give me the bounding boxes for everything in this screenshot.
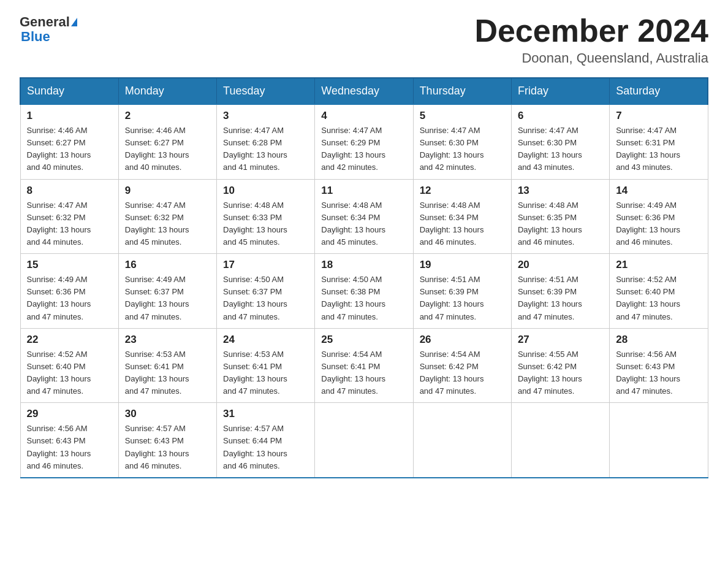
table-row: 31Sunrise: 4:57 AMSunset: 6:44 PMDayligh… bbox=[217, 403, 315, 478]
logo-triangle-icon bbox=[71, 18, 77, 26]
day-number: 25 bbox=[321, 334, 406, 346]
day-number: 31 bbox=[223, 408, 308, 420]
table-row: 30Sunrise: 4:57 AMSunset: 6:43 PMDayligh… bbox=[118, 403, 216, 478]
day-info: Sunrise: 4:52 AMSunset: 6:40 PMDaylight:… bbox=[616, 274, 701, 323]
table-row: 13Sunrise: 4:48 AMSunset: 6:35 PMDayligh… bbox=[511, 179, 609, 254]
day-info: Sunrise: 4:47 AMSunset: 6:29 PMDaylight:… bbox=[321, 124, 406, 174]
table-row: 1Sunrise: 4:46 AMSunset: 6:27 PMDaylight… bbox=[20, 104, 118, 179]
col-wednesday: Wednesday bbox=[315, 78, 413, 104]
table-row bbox=[413, 403, 511, 478]
day-info: Sunrise: 4:50 AMSunset: 6:38 PMDaylight:… bbox=[321, 274, 406, 323]
table-row: 20Sunrise: 4:51 AMSunset: 6:39 PMDayligh… bbox=[511, 254, 609, 329]
day-info: Sunrise: 4:48 AMSunset: 6:34 PMDaylight:… bbox=[321, 199, 406, 249]
day-number: 4 bbox=[321, 110, 406, 122]
calendar-week-row: 1Sunrise: 4:46 AMSunset: 6:27 PMDaylight… bbox=[20, 104, 708, 179]
table-row: 7Sunrise: 4:47 AMSunset: 6:31 PMDaylight… bbox=[610, 104, 708, 179]
table-row: 28Sunrise: 4:56 AMSunset: 6:43 PMDayligh… bbox=[610, 328, 708, 403]
day-number: 23 bbox=[125, 334, 210, 346]
table-row: 26Sunrise: 4:54 AMSunset: 6:42 PMDayligh… bbox=[413, 328, 511, 403]
table-row bbox=[511, 403, 609, 478]
table-row: 14Sunrise: 4:49 AMSunset: 6:36 PMDayligh… bbox=[610, 179, 708, 254]
day-number: 19 bbox=[420, 259, 505, 271]
day-info: Sunrise: 4:46 AMSunset: 6:27 PMDaylight:… bbox=[125, 124, 210, 174]
day-number: 5 bbox=[420, 110, 505, 122]
day-info: Sunrise: 4:57 AMSunset: 6:43 PMDaylight:… bbox=[125, 423, 210, 472]
day-number: 26 bbox=[420, 334, 505, 346]
day-number: 11 bbox=[321, 185, 406, 197]
day-number: 15 bbox=[27, 259, 112, 271]
table-row: 25Sunrise: 4:54 AMSunset: 6:41 PMDayligh… bbox=[315, 328, 413, 403]
col-tuesday: Tuesday bbox=[217, 78, 315, 104]
day-info: Sunrise: 4:53 AMSunset: 6:41 PMDaylight:… bbox=[223, 348, 308, 398]
logo: General Blue bbox=[20, 15, 77, 44]
day-number: 12 bbox=[420, 185, 505, 197]
table-row: 3Sunrise: 4:47 AMSunset: 6:28 PMDaylight… bbox=[217, 104, 315, 179]
day-number: 8 bbox=[27, 185, 112, 197]
day-info: Sunrise: 4:54 AMSunset: 6:41 PMDaylight:… bbox=[321, 348, 406, 398]
col-saturday: Saturday bbox=[610, 78, 708, 104]
day-number: 2 bbox=[125, 110, 210, 122]
table-row: 19Sunrise: 4:51 AMSunset: 6:39 PMDayligh… bbox=[413, 254, 511, 329]
day-info: Sunrise: 4:51 AMSunset: 6:39 PMDaylight:… bbox=[420, 274, 505, 323]
day-info: Sunrise: 4:51 AMSunset: 6:39 PMDaylight:… bbox=[518, 274, 603, 323]
table-row: 18Sunrise: 4:50 AMSunset: 6:38 PMDayligh… bbox=[315, 254, 413, 329]
day-number: 10 bbox=[223, 185, 308, 197]
table-row: 2Sunrise: 4:46 AMSunset: 6:27 PMDaylight… bbox=[118, 104, 216, 179]
table-row: 29Sunrise: 4:56 AMSunset: 6:43 PMDayligh… bbox=[20, 403, 118, 478]
day-number: 6 bbox=[518, 110, 603, 122]
day-info: Sunrise: 4:48 AMSunset: 6:34 PMDaylight:… bbox=[420, 199, 505, 249]
table-row: 16Sunrise: 4:49 AMSunset: 6:37 PMDayligh… bbox=[118, 254, 216, 329]
calendar-table: Sunday Monday Tuesday Wednesday Thursday… bbox=[20, 77, 708, 478]
table-row: 15Sunrise: 4:49 AMSunset: 6:36 PMDayligh… bbox=[20, 254, 118, 329]
page-header: General Blue December 2024 Doonan, Queen… bbox=[20, 15, 708, 66]
table-row: 6Sunrise: 4:47 AMSunset: 6:30 PMDaylight… bbox=[511, 104, 609, 179]
calendar-week-row: 8Sunrise: 4:47 AMSunset: 6:32 PMDaylight… bbox=[20, 179, 708, 254]
table-row: 24Sunrise: 4:53 AMSunset: 6:41 PMDayligh… bbox=[217, 328, 315, 403]
day-info: Sunrise: 4:49 AMSunset: 6:37 PMDaylight:… bbox=[125, 274, 210, 323]
day-info: Sunrise: 4:47 AMSunset: 6:30 PMDaylight:… bbox=[518, 124, 603, 174]
day-info: Sunrise: 4:54 AMSunset: 6:42 PMDaylight:… bbox=[420, 348, 505, 398]
day-number: 29 bbox=[27, 408, 112, 420]
day-number: 28 bbox=[616, 334, 701, 346]
day-info: Sunrise: 4:49 AMSunset: 6:36 PMDaylight:… bbox=[27, 274, 112, 323]
table-row: 10Sunrise: 4:48 AMSunset: 6:33 PMDayligh… bbox=[217, 179, 315, 254]
table-row: 11Sunrise: 4:48 AMSunset: 6:34 PMDayligh… bbox=[315, 179, 413, 254]
day-number: 13 bbox=[518, 185, 603, 197]
month-title: December 2024 bbox=[474, 15, 708, 47]
day-number: 1 bbox=[27, 110, 112, 122]
day-number: 27 bbox=[518, 334, 603, 346]
day-number: 16 bbox=[125, 259, 210, 271]
table-row: 17Sunrise: 4:50 AMSunset: 6:37 PMDayligh… bbox=[217, 254, 315, 329]
day-info: Sunrise: 4:50 AMSunset: 6:37 PMDaylight:… bbox=[223, 274, 308, 323]
calendar-week-row: 15Sunrise: 4:49 AMSunset: 6:36 PMDayligh… bbox=[20, 254, 708, 329]
day-number: 22 bbox=[27, 334, 112, 346]
day-number: 30 bbox=[125, 408, 210, 420]
day-number: 7 bbox=[616, 110, 701, 122]
calendar-week-row: 22Sunrise: 4:52 AMSunset: 6:40 PMDayligh… bbox=[20, 328, 708, 403]
day-info: Sunrise: 4:55 AMSunset: 6:42 PMDaylight:… bbox=[518, 348, 603, 398]
table-row: 5Sunrise: 4:47 AMSunset: 6:30 PMDaylight… bbox=[413, 104, 511, 179]
day-number: 18 bbox=[321, 259, 406, 271]
day-number: 24 bbox=[223, 334, 308, 346]
day-info: Sunrise: 4:47 AMSunset: 6:30 PMDaylight:… bbox=[420, 124, 505, 174]
col-sunday: Sunday bbox=[20, 78, 118, 104]
day-info: Sunrise: 4:47 AMSunset: 6:32 PMDaylight:… bbox=[125, 199, 210, 249]
table-row bbox=[315, 403, 413, 478]
logo-blue: Blue bbox=[21, 29, 50, 44]
day-info: Sunrise: 4:49 AMSunset: 6:36 PMDaylight:… bbox=[616, 199, 701, 249]
day-number: 3 bbox=[223, 110, 308, 122]
day-info: Sunrise: 4:47 AMSunset: 6:28 PMDaylight:… bbox=[223, 124, 308, 174]
day-info: Sunrise: 4:47 AMSunset: 6:31 PMDaylight:… bbox=[616, 124, 701, 174]
table-row: 23Sunrise: 4:53 AMSunset: 6:41 PMDayligh… bbox=[118, 328, 216, 403]
table-row: 12Sunrise: 4:48 AMSunset: 6:34 PMDayligh… bbox=[413, 179, 511, 254]
title-area: December 2024 Doonan, Queensland, Austra… bbox=[474, 15, 708, 66]
day-info: Sunrise: 4:53 AMSunset: 6:41 PMDaylight:… bbox=[125, 348, 210, 398]
table-row: 21Sunrise: 4:52 AMSunset: 6:40 PMDayligh… bbox=[610, 254, 708, 329]
calendar-week-row: 29Sunrise: 4:56 AMSunset: 6:43 PMDayligh… bbox=[20, 403, 708, 478]
col-friday: Friday bbox=[511, 78, 609, 104]
day-number: 17 bbox=[223, 259, 308, 271]
table-row: 8Sunrise: 4:47 AMSunset: 6:32 PMDaylight… bbox=[20, 179, 118, 254]
col-thursday: Thursday bbox=[413, 78, 511, 104]
location: Doonan, Queensland, Australia bbox=[474, 50, 708, 66]
day-info: Sunrise: 4:48 AMSunset: 6:35 PMDaylight:… bbox=[518, 199, 603, 249]
